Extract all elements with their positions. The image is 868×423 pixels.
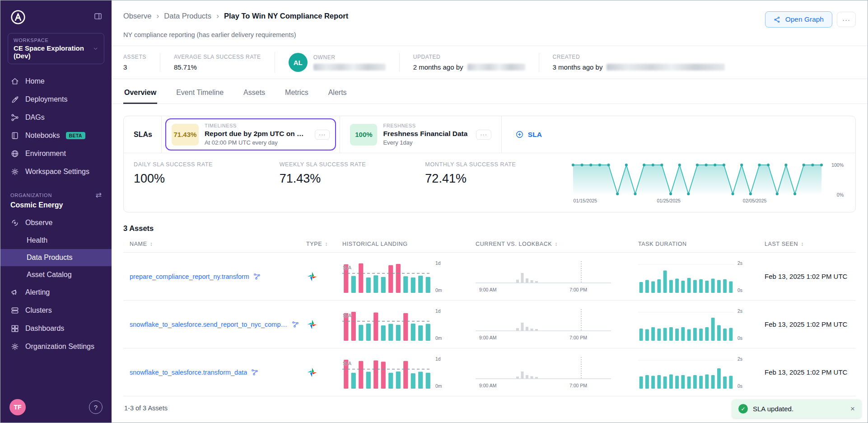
megaphone-icon <box>10 288 19 297</box>
table-row: snowflake_to_salesforce.send_report_to_n… <box>123 301 856 348</box>
sort-icon: ↕ <box>555 241 558 247</box>
sla-panel: SLAs 71.43% TIMELINESS Report due by 2pm… <box>123 116 856 212</box>
success-check-icon: ✓ <box>738 404 748 414</box>
organization-name: Cosmic Energy <box>0 201 112 214</box>
more-actions-button[interactable]: ··· <box>837 12 856 27</box>
sidebar-item-dashboards[interactable]: Dashboards <box>0 320 112 338</box>
toast-close-icon[interactable]: × <box>850 405 855 413</box>
tab-assets[interactable]: Assets <box>243 82 266 104</box>
sidebar-item-dags[interactable]: DAGs <box>0 108 112 127</box>
hist-axis-bottom: 0m <box>435 383 442 389</box>
app-window: WORKSPACE CE Space Exploration (Dev) Hom… <box>0 0 868 423</box>
sidebar-item-environment[interactable]: Environment <box>0 145 112 163</box>
sla-card-timeliness[interactable]: 71.43% TIMELINESS Report due by 2pm UTC … <box>166 119 336 150</box>
owner-avatar: AL <box>289 53 308 72</box>
stat-avg-sla: AVERAGE SLA SUCCESS RATE 85.71% <box>160 53 275 72</box>
sidebar-item-notebooks[interactable]: Notebooks BETA <box>0 127 112 145</box>
lookback-chart <box>476 259 611 286</box>
sidebar-item-clusters[interactable]: Clusters <box>0 301 112 320</box>
column-header-name[interactable]: NAME↕ <box>123 241 306 247</box>
x-tick-label: 02/05/2025 <box>743 198 767 203</box>
x-tick-label: 01/15/2025 <box>574 198 597 203</box>
assets-heading: 3 Assets <box>123 224 856 233</box>
toast-sla-updated: ✓ SLA updated. × <box>732 400 861 418</box>
sidebar-item-workspace-settings[interactable]: Workspace Settings <box>0 163 112 181</box>
beta-badge: BETA <box>66 132 85 139</box>
stat-owner: AL OWNER <box>275 52 399 73</box>
help-icon[interactable]: ? <box>89 400 103 414</box>
task-axis-top: 2s <box>737 260 742 266</box>
sidebar-item-data-products[interactable]: Data Products <box>0 249 112 266</box>
workspace-label: WORKSPACE <box>14 38 93 43</box>
breadcrumb-data-products[interactable]: Data Products <box>164 12 211 20</box>
add-sla-button[interactable]: SLA <box>515 130 542 139</box>
sla-card-more-button[interactable]: ··· <box>476 130 491 140</box>
asset-last-seen: Feb 13, 2025 1:02 PM UTC <box>765 273 856 280</box>
workspace-selector[interactable]: WORKSPACE CE Space Exploration (Dev) <box>8 33 104 64</box>
chevron-down-icon <box>93 45 98 52</box>
sidebar-item-home[interactable]: Home <box>0 72 112 90</box>
asset-last-seen: Feb 13, 2025 1:02 PM UTC <box>765 320 856 328</box>
lookback-chart <box>476 307 611 334</box>
sidebar-item-asset-catalog[interactable]: Asset Catalog <box>0 266 112 283</box>
sla-card-more-button[interactable]: ··· <box>315 130 330 140</box>
task-axis-top: 2s <box>737 356 742 362</box>
tab-overview[interactable]: Overview <box>123 82 157 104</box>
user-avatar[interactable]: TF <box>9 399 26 415</box>
dag-graph-icon <box>10 113 19 122</box>
sla-line-label: SLA <box>343 265 351 270</box>
tab-metrics[interactable]: Metrics <box>284 82 309 104</box>
sla-line-label: SLA <box>343 361 351 366</box>
rocket-icon <box>10 95 19 104</box>
breadcrumb-observe[interactable]: Observe <box>123 12 151 20</box>
lookback-end-time: 7:00 PM <box>569 383 587 388</box>
table-row: prepare_compliance_report_ny.transform S… <box>123 253 856 301</box>
asset-name-link[interactable]: prepare_compliance_report_ny.transform <box>123 273 306 281</box>
switch-organization-icon[interactable]: ⇄ <box>96 191 102 199</box>
hist-axis-top: 1d <box>435 260 442 266</box>
task-axis-bottom: 0s <box>737 287 742 293</box>
tab-event-timeline[interactable]: Event Timeline <box>175 82 224 104</box>
summary-stats: ASSETS 3 AVERAGE SLA SUCCESS RATE 85.71%… <box>112 46 868 79</box>
globe-icon <box>10 149 19 158</box>
sort-icon: ↕ <box>150 241 153 247</box>
sort-icon: ↕ <box>801 241 804 247</box>
asset-name-link[interactable]: snowflake_to_salesforce.transform_data <box>123 368 306 376</box>
historical-landing-chart: SLA <box>342 356 432 389</box>
sla-card-freshness[interactable]: 100% FRESHNESS Freshness Financial Data … <box>345 119 496 150</box>
airflow-icon <box>306 367 318 378</box>
task-axis: 2s0s <box>737 308 742 341</box>
sidebar-item-deployments[interactable]: Deployments <box>0 90 112 108</box>
column-header-type[interactable]: TYPE↕ <box>306 241 342 247</box>
sidebar-item-observe[interactable]: Observe <box>0 214 112 232</box>
sidebar-item-health[interactable]: Health <box>0 232 112 249</box>
column-header-historical-landing: HISTORICAL LANDING <box>342 241 476 247</box>
sidebar-item-organization-settings[interactable]: Organization Settings <box>0 338 112 356</box>
lookback-end-time: 7:00 PM <box>569 287 587 292</box>
airflow-icon <box>306 319 318 330</box>
task-axis: 2s0s <box>737 356 742 389</box>
column-header-current-vs-lookback[interactable]: CURRENT VS. LOOKBACK↕ <box>476 241 638 247</box>
lookback-start-time: 9:00 AM <box>479 335 497 340</box>
column-header-last-seen[interactable]: LAST SEEN↕ <box>765 241 856 247</box>
sidebar-collapse-icon[interactable] <box>93 12 103 23</box>
lookback-start-time: 9:00 AM <box>479 383 497 388</box>
weekly-sla-rate: WEEKLY SLA SUCCESS RATE 71.43% <box>280 161 425 186</box>
lineage-icon <box>251 368 259 376</box>
astronomer-logo-icon[interactable] <box>9 9 27 26</box>
gear-icon <box>10 167 19 176</box>
asset-name-link[interactable]: snowflake_to_salesforce.send_report_to_n… <box>123 320 306 329</box>
server-icon <box>10 306 19 315</box>
sla-history-xlabels: 01/15/202501/25/202502/05/2025 <box>571 198 824 205</box>
sidebar-item-alerting[interactable]: Alerting <box>0 283 112 301</box>
y-axis-min-label: 0% <box>837 192 844 197</box>
airflow-icon <box>306 271 318 282</box>
tab-alerts[interactable]: Alerts <box>327 82 348 104</box>
open-graph-button[interactable]: Open Graph <box>765 11 832 28</box>
hist-axis-bottom: 0m <box>435 287 442 293</box>
graph-icon <box>774 16 781 24</box>
task-duration-chart <box>638 356 734 389</box>
task-duration-chart <box>638 308 734 341</box>
lookback-chart <box>476 355 611 381</box>
sla-history-plot <box>571 161 824 197</box>
